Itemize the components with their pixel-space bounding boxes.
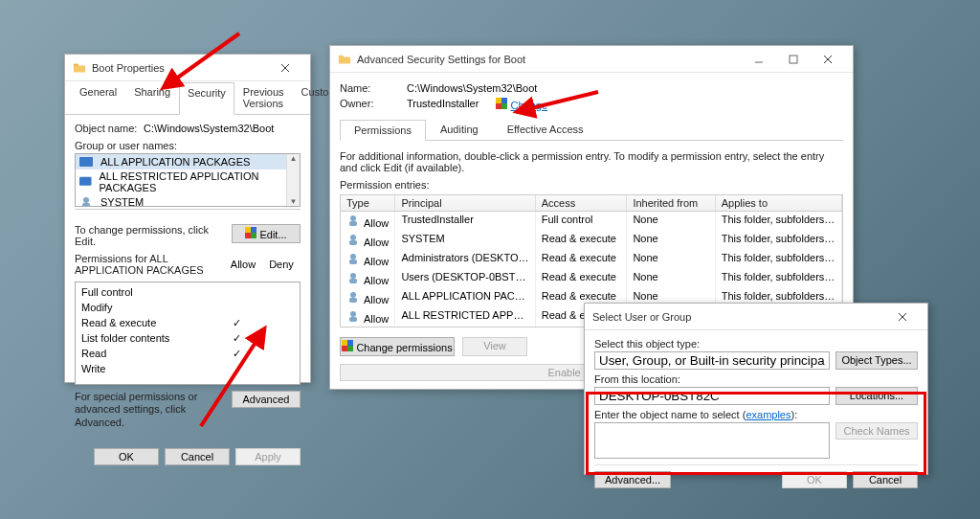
object-types-button[interactable]: Object Types... [835,351,918,370]
window-title: Boot Properties [92,62,268,74]
object-name-label: Object name: [75,123,144,134]
col-inherited[interactable]: Inherited from [627,195,715,211]
svg-point-10 [350,235,356,240]
change-permissions-button[interactable]: Change permissions [340,337,455,356]
window-title: Advanced Security Settings for Boot [357,54,742,65]
user-icon [346,233,360,246]
cancel-button[interactable]: Cancel [853,471,918,488]
svg-rect-9 [349,221,357,226]
user-icon [346,290,360,304]
user-icon [346,309,360,323]
check-names-button[interactable]: Check Names [835,422,918,440]
group-listbox[interactable]: ALL APPLICATION PACKAGES ALL RESTRICTED … [75,153,301,207]
permission-row[interactable]: Modify [81,300,294,315]
svg-point-14 [350,273,356,279]
locations-button[interactable]: Locations... [835,387,918,405]
svg-point-16 [350,292,356,298]
from-location-field[interactable] [594,387,830,405]
view-button[interactable]: View [462,337,527,356]
name-label: Name: [340,82,397,94]
svg-rect-0 [79,157,93,167]
advanced-button[interactable]: Advanced [232,391,301,408]
group-icon [79,195,93,207]
allow-header: Allow [224,259,262,270]
maximize-button[interactable] [776,48,811,71]
shield-icon [342,340,353,351]
tab-general[interactable]: General [71,81,125,114]
svg-rect-19 [349,317,357,322]
svg-rect-11 [349,240,357,245]
folder-icon [73,61,86,75]
col-principal[interactable]: Principal [395,195,535,211]
object-type-field[interactable] [594,351,830,370]
user-icon [346,214,360,227]
tab-previous-versions[interactable]: Previous Versions [234,81,293,114]
table-row[interactable]: AllowAdministrators (DESKTOP-0BS...Read … [341,250,842,269]
scrollbar[interactable]: ▲▼ [286,154,300,206]
object-name-input[interactable] [594,422,830,459]
tab-auditing[interactable]: Auditing [426,119,493,140]
permission-row[interactable]: Full control [81,284,294,300]
permission-row[interactable]: Read & execute✓ [81,315,294,330]
permission-row[interactable]: List folder contents✓ [81,330,294,346]
name-value: C:\Windows\System32\Boot [407,82,537,94]
svg-rect-7 [790,56,797,63]
svg-rect-15 [349,279,357,283]
table-row[interactable]: AllowTrustedInstallerFull controlNoneThi… [341,212,842,231]
table-row[interactable]: AllowSYSTEMRead & executeNoneThis folder… [341,231,842,250]
permission-row[interactable]: Read✓ [81,346,294,361]
list-item[interactable]: ALL APPLICATION PACKAGES [76,154,300,169]
col-access[interactable]: Access [536,195,628,211]
svg-rect-17 [349,298,357,303]
owner-label: Owner: [340,98,397,111]
boot-properties-window: Boot Properties General Sharing Security… [64,54,311,383]
titlebar: Boot Properties [65,55,310,81]
object-name-value: C:\Windows\System32\Boot [144,123,274,134]
close-button[interactable] [811,48,845,71]
tab-effective-access[interactable]: Effective Access [493,119,598,140]
change-owner-link[interactable]: Change [510,100,547,111]
svg-point-12 [350,254,356,260]
list-item[interactable]: SYSTEM [76,194,300,207]
advanced-button[interactable]: Advanced... [594,471,671,488]
object-type-label: Select this object type: [594,338,918,350]
group-label: Group or user names: [75,140,301,151]
deny-header: Deny [262,259,301,270]
list-item[interactable]: ALL RESTRICTED APPLICATION PACKAGES [76,169,300,194]
examples-link[interactable]: examples [746,409,791,420]
col-type[interactable]: Type [341,195,395,211]
titlebar: Advanced Security Settings for Boot [330,46,853,73]
col-applies[interactable]: Applies to [716,195,842,211]
folder-icon [338,53,351,66]
from-location-label: From this location: [594,373,918,385]
to-change-text: To change permissions, click Edit. [75,224,232,247]
enter-name-label: Enter the object name to select (example… [594,409,918,420]
permissions-list[interactable]: Full controlModifyRead & execute✓List fo… [75,282,301,385]
cancel-button[interactable]: Cancel [165,448,230,465]
edit-button[interactable]: Edit... [232,224,301,243]
ok-button[interactable]: OK [94,448,159,465]
tab-permissions[interactable]: Permissions [340,120,426,141]
svg-rect-13 [349,260,357,264]
tabs: General Sharing Security Previous Versio… [65,81,310,115]
tab-security[interactable]: Security [179,82,234,115]
entries-label: Permission entries: [340,179,843,191]
ok-button[interactable]: OK [782,471,847,488]
user-icon [346,252,360,265]
close-button[interactable] [885,305,920,328]
apply-button[interactable]: Apply [235,448,301,465]
close-button[interactable] [268,56,302,79]
owner-value: TrustedInstaller [407,98,479,111]
shield-icon [245,227,256,238]
group-icon [79,155,93,169]
table-row[interactable]: AllowUsers (DESKTOP-0BST82C\Use...Read &… [341,269,842,288]
svg-rect-3 [82,203,90,207]
minimize-button[interactable] [742,48,776,71]
group-icon [79,175,92,189]
permission-row[interactable]: Write [81,361,294,376]
shield-icon [496,98,507,109]
note-text: For additional information, double-click… [340,141,843,179]
tab-sharing[interactable]: Sharing [125,81,179,114]
svg-rect-1 [79,177,92,186]
perms-for-label: Permissions for ALL APPLICATION PACKAGES [75,253,218,276]
